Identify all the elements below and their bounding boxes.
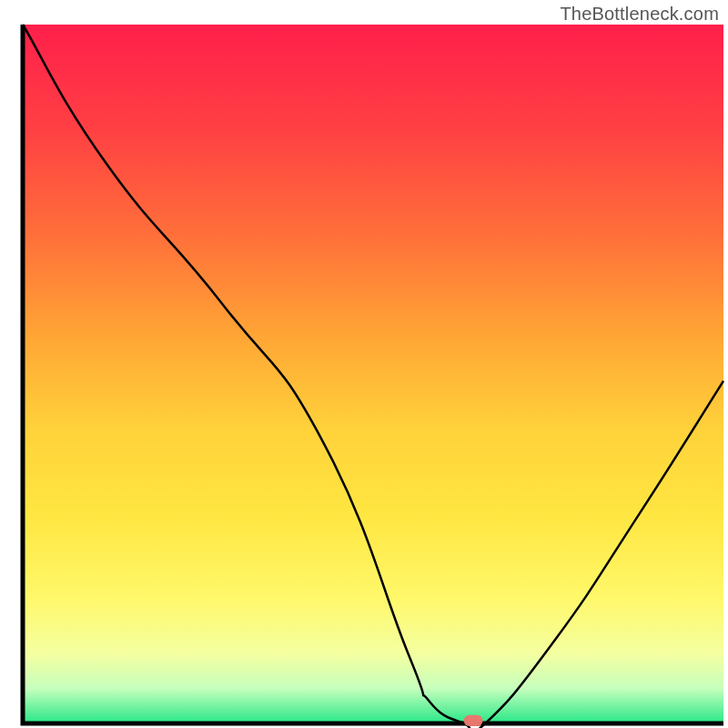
bottleneck-chart [0,0,728,728]
chart-container: TheBottleneck.com [0,0,728,728]
plot-background [23,25,723,723]
optimum-marker [464,715,483,726]
